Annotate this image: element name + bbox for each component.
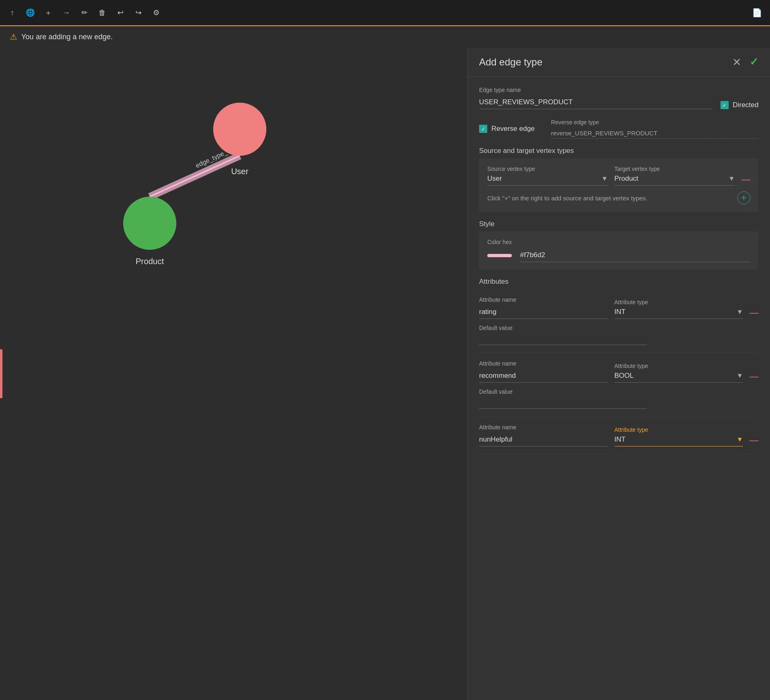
target-vertex-value: Product — [615, 175, 729, 183]
reverse-edge-checkbox-group: Reverse edge — [479, 125, 535, 133]
attribute-item-rating: Attribute name Attribute type INT ▼ — — [479, 289, 759, 353]
main-area: edge_type_1 User Product Add edge type ✕… — [0, 47, 770, 700]
edge-type-name-label: Edge type name — [479, 87, 712, 93]
toolbar-add-icon[interactable]: ＋ — [43, 7, 54, 18]
target-vertex-group: Target vertex type Product ▼ — [615, 166, 735, 186]
target-vertex-select[interactable]: Product ▼ — [615, 175, 735, 186]
toolbar-up-icon[interactable]: ↑ — [7, 7, 18, 18]
default-label-rating: Default value — [479, 325, 759, 331]
attr-type-value-rating: INT — [615, 308, 737, 316]
toolbar-doc-icon[interactable]: 📄 — [750, 6, 763, 19]
attr-row-recommend: Attribute name Attribute type BOOL ▼ — — [479, 360, 759, 383]
attr-name-input-nunhelpful[interactable] — [479, 433, 608, 446]
source-vertex-arrow: ▼ — [601, 175, 608, 182]
reverse-edge-type-input[interactable] — [551, 128, 759, 139]
edge-type-name-group: Edge type name — [479, 87, 712, 109]
source-target-title: Source and target vertex types — [479, 147, 759, 155]
attr-type-select-recommend[interactable]: BOOL ▼ — [615, 372, 743, 383]
color-row: Color hex — [487, 239, 750, 245]
product-node-label: Product — [136, 257, 164, 266]
add-vertex-text: Click "+" on the right to add source and… — [487, 195, 733, 202]
attributes-title: Attributes — [479, 278, 759, 286]
remove-vertex-pair-button[interactable]: — — [741, 175, 750, 186]
edge-type-name-input[interactable] — [479, 96, 712, 109]
reverse-edge-label: Reverse edge — [491, 125, 535, 133]
attr-type-value-recommend: BOOL — [615, 372, 737, 380]
attr-name-input-recommend[interactable] — [479, 369, 608, 383]
attr-type-label-rating: Attribute type — [615, 299, 743, 305]
reverse-edge-row: Reverse edge Reverse edge type — [479, 119, 759, 139]
directed-label: Directed — [733, 101, 759, 109]
reverse-edge-type-label: Reverse edge type — [551, 119, 759, 126]
attribute-item-nunhelpful: Attribute name Attribute type INT ▼ — — [479, 417, 759, 454]
toolbar-globe-icon[interactable]: 🌐 — [25, 7, 36, 18]
directed-group: Directed — [720, 101, 759, 109]
attr-name-input-rating[interactable] — [479, 305, 608, 319]
color-swatch — [487, 254, 512, 257]
directed-checkbox[interactable] — [720, 101, 729, 109]
svg-line-1 — [150, 156, 240, 197]
toolbar-redo-icon[interactable]: ↪ — [133, 7, 144, 18]
attr-type-group-recommend: Attribute type BOOL ▼ — [615, 363, 743, 383]
attr-type-label-recommend: Attribute type — [615, 363, 743, 369]
color-label: Color hex — [487, 239, 520, 245]
remove-attr-rating-button[interactable]: — — [750, 308, 759, 319]
style-box: Color hex — [479, 231, 759, 269]
source-vertex-select[interactable]: User ▼ — [487, 175, 608, 186]
attr-name-group-rating: Attribute name — [479, 296, 608, 319]
target-vertex-arrow: ▼ — [728, 175, 735, 182]
attr-type-arrow-nunhelpful: ▼ — [736, 436, 743, 443]
warning-icon: ⚠ — [10, 32, 17, 42]
attr-type-arrow-rating: ▼ — [736, 308, 743, 316]
source-vertex-value: User — [487, 175, 601, 183]
attr-type-arrow-recommend: ▼ — [736, 372, 743, 379]
panel-header: Add edge type ✕ ✓ — [468, 47, 770, 77]
default-input-rating[interactable] — [479, 333, 647, 345]
add-vertex-button[interactable]: + — [737, 191, 750, 204]
attr-row-nunhelpful: Attribute name Attribute type INT ▼ — — [479, 424, 759, 446]
vertex-selectors-row: Source vertex type User ▼ Target vertex … — [487, 166, 750, 186]
toolbar: ↑ 🌐 ＋ → ✏ 🗑 ↩ ↪ ⚙ 📄 — [0, 0, 770, 26]
user-node-label: User — [231, 167, 249, 176]
reverse-edge-type-group: Reverse edge type — [551, 119, 759, 139]
style-section: Style Color hex — [479, 220, 759, 269]
target-vertex-label: Target vertex type — [615, 166, 735, 172]
color-input-row — [487, 249, 750, 262]
add-vertex-row: Click "+" on the right to add source and… — [487, 191, 750, 204]
default-input-recommend[interactable] — [479, 397, 647, 409]
toolbar-settings-icon[interactable]: ⚙ — [151, 7, 162, 18]
attr-name-label-recommend: Attribute name — [479, 360, 608, 367]
remove-attr-nunhelpful-button[interactable]: — — [750, 436, 759, 446]
vertex-box: Source vertex type User ▼ Target vertex … — [479, 158, 759, 212]
attributes-section: Attributes Attribute name Attribute type… — [479, 278, 759, 454]
toolbar-undo-icon[interactable]: ↩ — [115, 7, 126, 18]
toolbar-edit-icon[interactable]: ✏ — [79, 7, 90, 18]
attr-name-label-rating: Attribute name — [479, 296, 608, 303]
warning-bar: ⚠ You are adding a new edge. — [0, 26, 770, 47]
user-node[interactable] — [213, 103, 266, 156]
confirm-button[interactable]: ✓ — [750, 56, 759, 68]
toolbar-arrow-icon[interactable]: → — [61, 7, 72, 18]
attr-type-group-nunhelpful: Attribute type INT ▼ — [615, 426, 743, 446]
reverse-edge-checkbox[interactable] — [479, 125, 487, 133]
graph-canvas: edge_type_1 User Product — [0, 47, 467, 700]
panel-actions: ✕ ✓ — [732, 56, 759, 68]
toolbar-delete-icon[interactable]: 🗑 — [97, 7, 108, 18]
attribute-item-recommend: Attribute name Attribute type BOOL ▼ — — [479, 353, 759, 417]
attr-name-group-recommend: Attribute name — [479, 360, 608, 383]
source-target-section: Source and target vertex types Source ve… — [479, 147, 759, 212]
remove-attr-recommend-button[interactable]: — — [750, 372, 759, 383]
attr-name-label-nunhelpful: Attribute name — [479, 424, 608, 431]
attr-type-select-rating[interactable]: INT ▼ — [615, 308, 743, 319]
product-node[interactable] — [123, 197, 176, 250]
color-hex-input[interactable] — [520, 249, 750, 262]
panel-body: Edge type name Directed Reverse edge Rev… — [468, 77, 770, 464]
default-value-row-recommend: Default value — [479, 388, 759, 409]
close-button[interactable]: ✕ — [732, 57, 741, 67]
default-value-row-rating: Default value — [479, 325, 759, 345]
default-label-recommend: Default value — [479, 388, 759, 395]
attr-name-group-nunhelpful: Attribute name — [479, 424, 608, 446]
source-vertex-group: Source vertex type User ▼ — [487, 166, 608, 186]
attr-type-select-nunhelpful[interactable]: INT ▼ — [615, 435, 743, 446]
source-vertex-label: Source vertex type — [487, 166, 608, 172]
